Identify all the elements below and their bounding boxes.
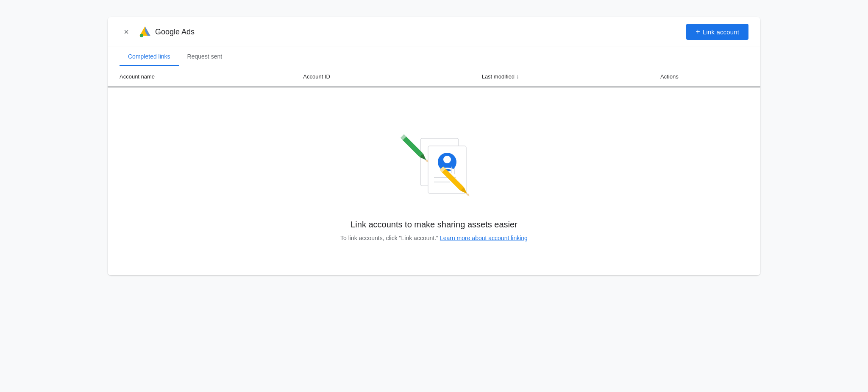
panel-header: × Google Ads + Link account <box>108 17 760 47</box>
column-actions: Actions <box>655 66 748 87</box>
svg-rect-13 <box>401 135 423 157</box>
google-ads-logo: Google Ads <box>138 25 195 39</box>
link-account-button[interactable]: + Link account <box>686 24 748 40</box>
column-last-modified[interactable]: Last modified ↓ <box>477 66 655 87</box>
tab-request-sent[interactable]: Request sent <box>179 47 231 66</box>
column-actions-label: Actions <box>660 73 679 80</box>
app-title: Google Ads <box>155 28 195 36</box>
tabs-bar: Completed links Request sent <box>108 47 760 66</box>
sort-arrow-icon: ↓ <box>516 73 519 80</box>
column-account-id-label: Account ID <box>303 73 330 80</box>
tab-completed-links[interactable]: Completed links <box>120 47 179 66</box>
table-header: Account name Account ID Last modified ↓ … <box>108 66 760 87</box>
column-account-name: Account name <box>120 66 298 87</box>
google-ads-icon <box>138 25 152 39</box>
column-account-name-label: Account name <box>120 73 155 80</box>
svg-point-2 <box>140 34 143 37</box>
close-button[interactable]: × <box>120 25 133 39</box>
link-account-label: Link account <box>703 28 739 36</box>
header-left: × Google Ads <box>120 25 195 39</box>
plus-icon: + <box>696 28 700 36</box>
main-panel: × Google Ads + Link account Completed li… <box>108 17 760 275</box>
column-account-id: Account ID <box>298 66 476 87</box>
empty-state-illustration <box>387 113 481 206</box>
empty-state: Link accounts to make sharing assets eas… <box>108 87 760 275</box>
svg-point-10 <box>443 156 451 163</box>
empty-state-desc-text: To link accounts, click "Link account." <box>340 235 438 241</box>
learn-more-link[interactable]: Learn more about account linking <box>440 235 528 241</box>
column-last-modified-label: Last modified <box>482 73 515 80</box>
empty-state-title: Link accounts to make sharing assets eas… <box>351 220 517 230</box>
empty-state-description: To link accounts, click "Link account." … <box>340 235 528 241</box>
